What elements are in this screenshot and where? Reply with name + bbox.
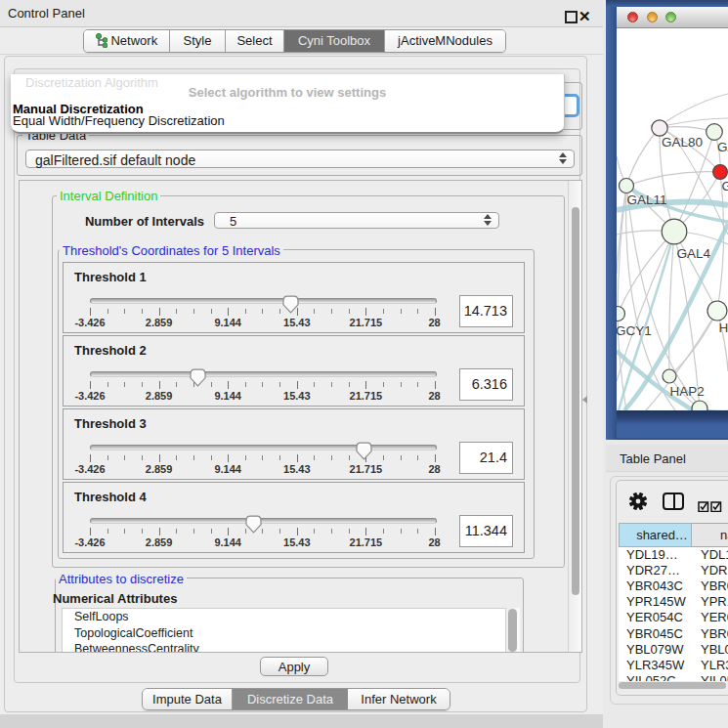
svg-text:GAL11: GAL11 <box>627 193 667 207</box>
svg-text:HIS: HIS <box>719 321 728 335</box>
svg-text:GAL: GAL <box>717 140 728 154</box>
svg-text:GAL4: GAL4 <box>677 246 711 261</box>
svg-text:GAL80: GAL80 <box>662 135 703 150</box>
svg-text:HAP2: HAP2 <box>670 384 705 399</box>
svg-text:GCY1: GCY1 <box>617 323 652 338</box>
svg-text:GA: GA <box>722 179 728 193</box>
